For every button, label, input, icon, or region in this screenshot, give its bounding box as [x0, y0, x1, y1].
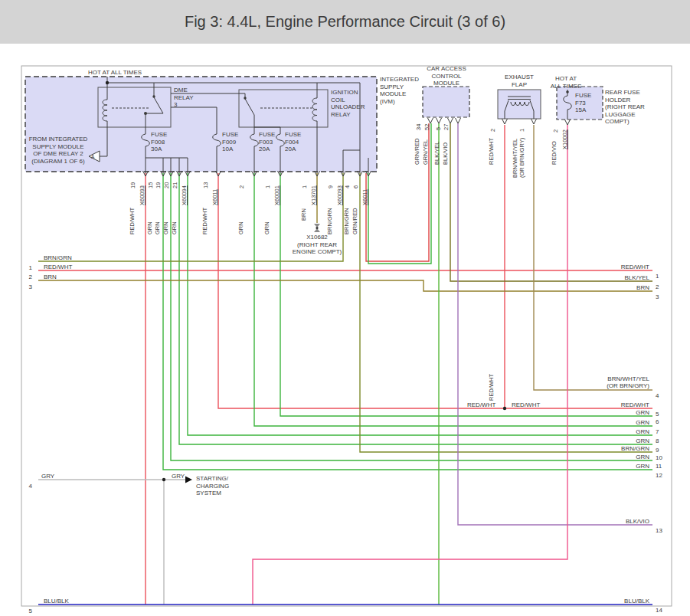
- right-exit-number: 9: [656, 447, 659, 454]
- connector-id: X13701: [311, 185, 319, 205]
- right-exit-number: 13: [656, 527, 662, 535]
- left-exit-wire-label: RED/WHT: [44, 264, 72, 271]
- right-exit-number: 1: [656, 273, 659, 280]
- exhaust-flap-label: EXHAUST FLAP: [499, 74, 539, 88]
- connector-id: X60093: [139, 185, 147, 205]
- wire-color-label: RED/WHT: [202, 208, 210, 234]
- rear-fuse-holder-label: REAR FUSE HOLDER (RIGHT REAR LUGGAGE COM…: [605, 89, 645, 126]
- wire-color-label: RED/WHT: [129, 208, 137, 234]
- f73-pin-number: 2: [553, 129, 561, 133]
- wire-color-label: BLK/VIO: [443, 143, 450, 165]
- wire-color-label: BLK/YEL: [434, 142, 442, 165]
- right-exit-wire-label: BRN/GRN: [621, 445, 649, 452]
- connector-id: X6011: [212, 189, 220, 205]
- exhaust-pin-number: 2: [490, 129, 498, 132]
- right-exit-number: 4: [656, 392, 659, 400]
- right-exit-number: 12: [656, 472, 662, 480]
- car-access-pin-number: 34: [416, 124, 423, 130]
- junction-dot: [106, 81, 109, 84]
- dme-junction-dot: [144, 112, 147, 115]
- right-exit-number: 8: [656, 437, 659, 445]
- right-exit-number: 6: [656, 418, 659, 426]
- fuse-f003-label: FUSE F003 20A: [259, 131, 275, 153]
- right-exit-wire-label: GRN: [636, 463, 649, 470]
- wire-color-label: GRN/YEL: [423, 139, 430, 165]
- ivm-pin-number: 21: [172, 182, 180, 188]
- fuse-f73-node: [566, 90, 569, 93]
- left-exit-wire-label: BRN: [44, 274, 57, 281]
- ivm-pin-number: 20: [164, 182, 172, 188]
- left-exit-wire-label: BLU/BLK: [44, 598, 69, 605]
- wire-color-label: GRN/RED: [414, 138, 422, 165]
- left-exit-number: 1: [25, 264, 32, 272]
- ivm-pin-number: 1: [302, 185, 309, 188]
- red-wht-junction-dot: [503, 407, 506, 410]
- ivm-pin-number: 9: [328, 185, 335, 188]
- x10682-label: X10682 (RIGHT REAR ENGINE COMPT): [286, 234, 348, 256]
- car-access-pin-number: 52: [424, 124, 432, 130]
- ignition-relay-label: IGNITION COIL UNLOADER RELAY: [331, 89, 365, 118]
- dme-relay-label: DME RELAY 3: [174, 87, 194, 109]
- right-exit-number: 10: [656, 454, 662, 462]
- hot-at-all-times-label-2: HOT AT ALL TIMES: [543, 75, 589, 90]
- ivm-pin-number: 1: [265, 185, 273, 188]
- ivm-pin-number: 4: [345, 185, 352, 188]
- wire-color-label: GRN: [163, 221, 171, 234]
- wire-color-label: BRN: [301, 208, 309, 221]
- right-exit-wire-label: GRN: [636, 409, 649, 416]
- ivm-pin-number: 2: [239, 185, 247, 188]
- connector-id: X60001: [274, 185, 282, 205]
- wire-color-label: RED/WHT: [489, 138, 496, 165]
- from-integrated-label: FROM INTEGRATED SUPPLY MODULE OF DME REL…: [28, 136, 89, 165]
- ivm-pin-number: 6: [353, 185, 361, 188]
- connector-id: X6011: [362, 189, 370, 205]
- hot-at-all-times-label-1: HOT AT ALL TIMES: [84, 69, 146, 77]
- right-exit-wire-label: GRN: [636, 437, 649, 444]
- connector-id: X60094: [181, 185, 189, 205]
- fuse-f004-label: FUSE F004 20A: [285, 131, 301, 153]
- right-exit-number: 3: [656, 293, 659, 301]
- wire-color-label: BRN/WHT/YEL (OR BRN/GRY): [512, 138, 525, 178]
- wire-color-label: GRN/RED: [352, 208, 360, 234]
- car-access-pin-number: 27: [443, 124, 451, 130]
- right-exit-number: 2: [656, 283, 659, 291]
- ref-a-label: A: [91, 153, 94, 161]
- fuse-f73-label: FUSE F73 15A: [575, 92, 591, 114]
- right-exit-wire-label: BRN/WHT/YEL (OR BRN/GRY): [607, 375, 649, 389]
- car-access-box: [423, 87, 469, 117]
- right-exit-wire-label: GRN: [636, 428, 649, 435]
- wire-color-label: GRN: [172, 221, 179, 234]
- right-exit-wire-label: BLU/BLK: [624, 598, 649, 605]
- fuse-f008-label: FUSE F008 30A: [151, 131, 167, 153]
- right-exit-wire-label: BRN: [636, 284, 649, 291]
- right-exit-number: 14: [656, 607, 662, 614]
- car-access-label: CAR ACCESS CONTROL MODULE: [420, 65, 473, 87]
- left-exit-number: 2: [25, 274, 32, 281]
- wire-color-label: BRN/GRN: [327, 208, 335, 234]
- starting-charging-label: STARTING/ CHARGING SYSTEM: [196, 475, 229, 497]
- wire-color-label: GRY: [41, 473, 54, 480]
- ivm-pin-number: 19: [155, 182, 163, 188]
- ivm-label: INTEGRATED SUPPLY MODULE (IVM): [380, 76, 419, 105]
- right-exit-wire-label: BLK/VIO: [626, 518, 649, 525]
- right-exit-number: 5: [656, 411, 659, 418]
- exhaust-pin-number: 1: [519, 129, 527, 132]
- left-exit-wire-label: BRN/GRN: [44, 254, 72, 262]
- right-exit-wire-label: BLK/YEL: [625, 274, 649, 281]
- right-exit-wire-label: GRN: [636, 419, 649, 426]
- wire-color-label: GRY: [172, 473, 185, 480]
- ivm-pin-number: 19: [130, 182, 138, 188]
- ign-contact-dot: [244, 97, 246, 99]
- ivm-pin-number: 13: [203, 182, 211, 188]
- wire-color-label: RED/WHT: [467, 401, 495, 409]
- gry-junction-dot: [162, 478, 165, 481]
- right-exit-wire-label: RED/WHT: [621, 401, 649, 408]
- connector-id: X10002: [562, 129, 570, 149]
- dme-contact-dot: [152, 95, 155, 97]
- right-exit-wire-label: RED/WHT: [621, 264, 649, 270]
- left-exit-number: 4: [25, 483, 32, 490]
- wire-color-label: GRN: [238, 221, 246, 234]
- wire-color-label: BRN/GRN: [344, 208, 352, 234]
- right-exit-number: 11: [656, 463, 662, 470]
- wire-color-label: GRN: [155, 221, 162, 234]
